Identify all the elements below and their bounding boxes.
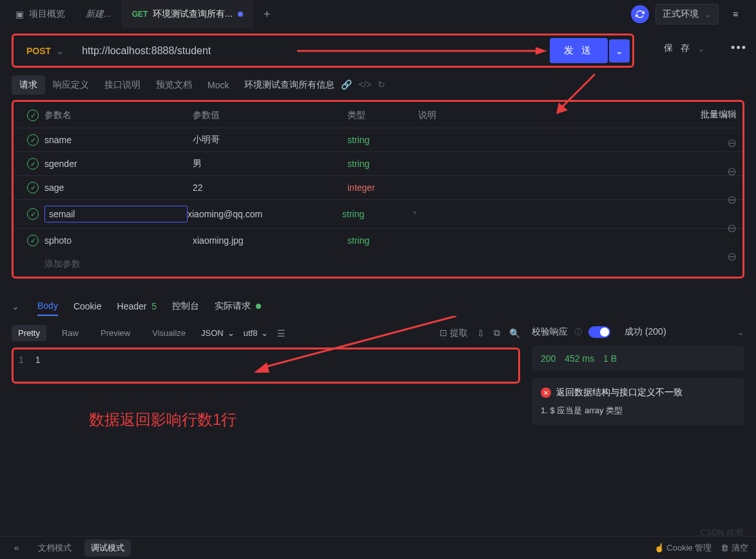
collapse-left-button[interactable]: « xyxy=(8,540,25,555)
subtab-response-def[interactable]: 响应定义 xyxy=(45,75,97,95)
copy-icon[interactable]: ⧉ xyxy=(494,328,500,338)
resp-tab-cookie[interactable]: Cookie xyxy=(73,297,102,315)
add-tab-button[interactable]: + xyxy=(253,8,281,21)
validate-toggle[interactable] xyxy=(588,326,610,338)
error-title: 返回数据结构与接口定义不一致 xyxy=(556,387,683,398)
hamburger-icon: ≡ xyxy=(733,9,738,19)
subtab-preview[interactable]: 预览文档 xyxy=(148,75,200,95)
save-label: 保 存 xyxy=(664,43,692,54)
more-button[interactable]: ••• xyxy=(722,35,756,61)
encoding-label: utf8 xyxy=(244,328,258,338)
save-button[interactable]: 保 存 ⌄ xyxy=(654,36,718,61)
delete-row-button[interactable]: ⊖ xyxy=(727,193,737,207)
param-value[interactable]: 22 xyxy=(193,182,347,193)
param-value[interactable]: xiaoming@qq.com xyxy=(188,209,342,219)
mode-debug-button[interactable]: 调试模式 xyxy=(84,540,131,556)
delete-row-button[interactable]: ⊖ xyxy=(727,250,737,264)
status-size: 1 B xyxy=(603,353,617,364)
search-icon[interactable]: 🔍 xyxy=(509,328,520,338)
subtab-mock[interactable]: Mock xyxy=(200,76,237,94)
param-name[interactable]: sphoto xyxy=(44,235,193,246)
params-header-row: ✓ 参数名 参数值 类型 说明 xyxy=(14,103,742,128)
breadcrumb-label: 环境测试查询所有信息 xyxy=(244,79,334,90)
check-all-icon[interactable]: ✓ xyxy=(27,110,39,121)
extract-button[interactable]: ⊡ 提取 xyxy=(440,328,468,339)
send-dropdown[interactable]: ⌄ xyxy=(609,39,630,63)
check-icon[interactable]: ✓ xyxy=(27,208,39,220)
check-icon[interactable]: ✓ xyxy=(27,158,39,170)
view-visualize-button[interactable]: Visualize xyxy=(146,325,192,341)
refresh-icon xyxy=(635,10,645,19)
wrap-icon[interactable]: ☰ xyxy=(277,328,286,338)
view-pretty-button[interactable]: Pretty xyxy=(12,325,46,341)
url-input[interactable] xyxy=(74,40,550,62)
param-value[interactable]: xiaoming.jpg xyxy=(193,235,347,246)
refresh-button[interactable] xyxy=(631,5,649,23)
subtab-api-desc[interactable]: 接口说明 xyxy=(97,75,148,95)
param-type[interactable]: string xyxy=(347,235,418,246)
param-row[interactable]: ✓ sgender 男 string xyxy=(14,152,742,175)
send-button[interactable]: 发 送 xyxy=(550,38,608,63)
param-name[interactable]: sgender xyxy=(44,159,193,169)
link-icon[interactable]: 🔗 xyxy=(341,79,352,90)
delete-row-button[interactable]: ⊖ xyxy=(727,164,737,179)
param-desc[interactable]: * xyxy=(413,209,735,219)
info-icon[interactable]: ⓘ xyxy=(574,327,582,338)
mode-doc-button[interactable]: 文档模式 xyxy=(32,540,78,556)
line-number: 1 xyxy=(19,355,24,365)
code-icon[interactable]: </> xyxy=(358,79,371,90)
cleanup-button[interactable]: 🗑 清空 xyxy=(721,542,748,554)
param-name[interactable]: sage xyxy=(44,182,193,193)
param-type[interactable]: string xyxy=(342,209,413,219)
param-type[interactable]: integer xyxy=(347,182,418,193)
add-param-button[interactable]: 添加参数 xyxy=(14,252,742,273)
check-icon[interactable]: ✓ xyxy=(27,134,39,146)
method-select[interactable]: POST ⌄ xyxy=(16,41,74,61)
tab-overview[interactable]: ▣ 项目概览 xyxy=(5,0,75,28)
response-body[interactable]: 1 1 xyxy=(12,348,520,384)
header-count-badge: 5 xyxy=(151,301,157,311)
collapse-button[interactable]: ⌄ xyxy=(12,301,19,311)
tab-active-request[interactable]: GET 环境测试查询所有... xyxy=(122,0,253,28)
check-icon[interactable]: ✓ xyxy=(27,182,39,193)
overview-icon: ▣ xyxy=(15,9,24,19)
delete-row-button[interactable]: ⊖ xyxy=(727,136,737,150)
resp-tab-actual[interactable]: 实际请求 xyxy=(215,297,261,316)
view-raw-button[interactable]: Raw xyxy=(55,325,85,341)
error-icon: ✕ xyxy=(541,387,551,398)
environment-select[interactable]: 正式环境 ⌄ xyxy=(655,4,719,25)
param-name-input[interactable]: semail xyxy=(44,206,188,222)
download-icon[interactable]: ⇩ xyxy=(477,328,485,338)
col-name-header: 参数名 xyxy=(44,110,193,121)
param-name[interactable]: sname xyxy=(44,135,193,145)
resp-tab-actual-label: 实际请求 xyxy=(215,300,251,311)
param-row[interactable]: ✓ semail xiaoming@qq.com string * xyxy=(14,199,742,228)
chevron-down-icon: ⌄ xyxy=(704,9,712,19)
resp-tab-body[interactable]: Body xyxy=(37,297,58,316)
check-icon[interactable]: ✓ xyxy=(27,235,39,246)
param-value[interactable]: 男 xyxy=(193,158,347,170)
encoding-select[interactable]: utf8 ⌄ xyxy=(244,328,269,338)
resp-tab-console[interactable]: 控制台 xyxy=(172,297,199,316)
delete-row-button[interactable]: ⊖ xyxy=(727,221,737,235)
cookie-manage-button[interactable]: ☝ Cookie 管理 xyxy=(654,542,712,554)
batch-edit-button[interactable]: 批量编辑 xyxy=(701,109,737,121)
cleanup-label: 清空 xyxy=(732,543,748,553)
reload-icon[interactable]: ↻ xyxy=(378,79,385,90)
format-select[interactable]: JSON ⌄ xyxy=(201,328,235,338)
resp-tab-header[interactable]: Header 5 xyxy=(117,297,157,315)
param-type[interactable]: string xyxy=(347,159,418,169)
view-preview-button[interactable]: Preview xyxy=(94,325,137,341)
chevron-down-icon[interactable]: ⌄ xyxy=(737,327,744,337)
send-label: 发 送 xyxy=(564,44,594,57)
subtab-request[interactable]: 请求 xyxy=(12,75,45,95)
param-type[interactable]: string xyxy=(347,135,418,145)
param-value[interactable]: 小明哥 xyxy=(193,134,347,146)
param-row[interactable]: ✓ sage 22 integer xyxy=(14,175,742,199)
tab-new[interactable]: 新建... xyxy=(75,0,122,28)
param-row[interactable]: ✓ sname 小明哥 string xyxy=(14,128,742,152)
extract-label: 提取 xyxy=(450,328,468,338)
param-row[interactable]: ✓ sphoto xiaoming.jpg string xyxy=(14,228,742,252)
menu-button[interactable]: ≡ xyxy=(725,4,746,25)
validate-title: 校验响应 xyxy=(532,326,568,338)
